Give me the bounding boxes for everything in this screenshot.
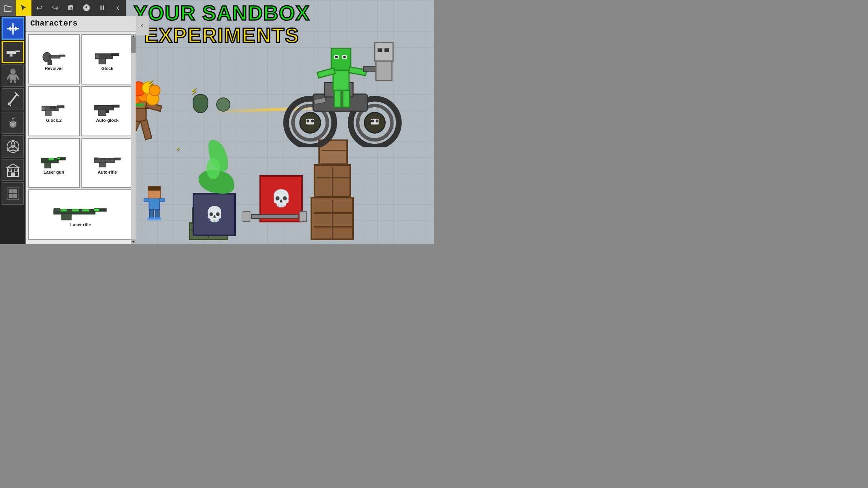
timer-button[interactable] <box>79 0 94 16</box>
svg-rect-100 <box>57 106 64 108</box>
svg-rect-125 <box>72 209 79 211</box>
sidebar-item-character[interactable] <box>2 64 24 87</box>
collapse-icon: ‹ <box>140 22 144 29</box>
select-button[interactable] <box>16 0 31 16</box>
revolver-label: Revolver <box>45 66 63 71</box>
svg-rect-103 <box>50 107 55 108</box>
svg-rect-97 <box>99 59 106 64</box>
svg-marker-82 <box>7 164 19 168</box>
svg-point-31 <box>376 119 379 122</box>
svg-rect-40 <box>343 56 346 58</box>
svg-rect-5 <box>140 120 151 140</box>
svg-rect-36 <box>331 48 351 70</box>
svg-point-30 <box>371 119 374 122</box>
svg-rect-83 <box>11 172 15 176</box>
svg-rect-28 <box>372 126 373 128</box>
lightning-decoration-2: ⚡ <box>191 84 197 98</box>
svg-rect-112 <box>49 158 54 160</box>
svg-line-67 <box>16 75 18 79</box>
svg-rect-29 <box>375 126 377 128</box>
svg-rect-35 <box>333 68 349 91</box>
redo-button[interactable]: ↪ <box>47 0 63 16</box>
svg-rect-44 <box>334 90 341 107</box>
svg-rect-101 <box>45 110 51 116</box>
svg-rect-65 <box>10 74 16 80</box>
svg-point-21 <box>307 119 309 122</box>
scrollbar-down[interactable]: ▼ <box>131 239 136 244</box>
pause-button[interactable] <box>94 0 110 16</box>
svg-rect-62 <box>10 54 12 56</box>
svg-rect-102 <box>42 107 44 110</box>
svg-rect-117 <box>99 162 106 167</box>
item-glock2[interactable]: Glock.2 <box>28 86 80 136</box>
auto-rifle-label: Auto-rifle <box>98 170 117 174</box>
delete-button[interactable] <box>63 0 79 16</box>
sidebar-item-melee[interactable] <box>2 88 24 110</box>
svg-rect-48 <box>378 48 383 52</box>
svg-rect-94 <box>48 60 52 65</box>
sidebar-item-misc[interactable] <box>2 182 24 205</box>
svg-line-69 <box>15 80 15 83</box>
item-laser-rifle[interactable]: Laser rifle <box>28 189 133 240</box>
svg-rect-124 <box>61 209 67 211</box>
back-button[interactable]: ‹ <box>110 0 126 16</box>
svg-rect-53 <box>144 198 149 202</box>
svg-rect-46 <box>376 60 392 80</box>
open-button[interactable] <box>0 0 16 16</box>
svg-rect-60 <box>7 51 16 53</box>
svg-rect-49 <box>384 48 389 52</box>
panel-collapse-button[interactable]: ‹ <box>136 16 149 35</box>
svg-rect-64 <box>11 70 15 72</box>
svg-rect-126 <box>82 209 89 211</box>
undo-button[interactable]: ↩ <box>31 0 47 16</box>
svg-rect-127 <box>94 209 99 211</box>
svg-rect-123 <box>62 214 72 220</box>
item-revolver[interactable]: Revolver <box>28 34 80 84</box>
item-auto-rifle[interactable]: Auto-rifle <box>81 138 133 188</box>
svg-rect-116 <box>94 158 99 160</box>
svg-rect-92 <box>50 56 60 59</box>
svg-rect-118 <box>106 158 107 162</box>
glock2-label: Glock.2 <box>46 118 62 123</box>
sidebar-item-explosive[interactable] <box>2 112 24 134</box>
svg-rect-93 <box>59 55 65 57</box>
svg-rect-115 <box>114 158 121 160</box>
svg-rect-84 <box>9 169 11 172</box>
panel-scrollbar[interactable]: ▲ ▼ <box>131 34 136 244</box>
ammo-area <box>243 211 307 222</box>
item-laser-gun[interactable]: Laser gun <box>28 138 80 188</box>
svg-rect-39 <box>335 56 338 58</box>
grenade-2-sprite <box>216 97 230 112</box>
svg-line-70 <box>9 94 17 105</box>
items-panel: Characters Revolver Glock Glock.2 Auto-g… <box>26 16 136 244</box>
sidebar-item-building[interactable] <box>2 159 24 181</box>
svg-rect-54 <box>160 198 165 202</box>
svg-line-75 <box>12 117 14 119</box>
svg-rect-19 <box>307 126 309 128</box>
svg-rect-88 <box>13 189 17 193</box>
item-glock[interactable]: Glock <box>81 34 133 84</box>
scrollbar-thumb[interactable] <box>131 37 136 53</box>
svg-point-80 <box>11 145 15 148</box>
mech-character <box>279 29 405 147</box>
toolbar: ↩ ↪ ‹ <box>0 0 126 16</box>
svg-rect-106 <box>98 110 106 116</box>
svg-rect-98 <box>95 55 99 59</box>
svg-rect-107 <box>106 110 109 113</box>
svg-rect-47 <box>375 43 393 61</box>
sidebar-item-move[interactable] <box>2 17 24 40</box>
sidebar-item-gun[interactable] <box>2 41 24 63</box>
svg-rect-20 <box>311 126 312 128</box>
svg-line-66 <box>7 75 10 79</box>
auto-glock-label: Auto-glock <box>96 118 118 123</box>
sidebar-item-hazard[interactable] <box>2 135 24 158</box>
svg-rect-111 <box>44 163 51 168</box>
svg-rect-96 <box>112 53 119 56</box>
laser-rifle-label: Laser rifle <box>70 222 91 227</box>
svg-rect-57 <box>147 217 162 220</box>
svg-rect-52 <box>148 186 161 191</box>
lightning-decoration-3: ⚡ <box>176 145 180 153</box>
item-auto-glock[interactable]: Auto-glock <box>81 86 133 136</box>
human-character <box>142 183 167 220</box>
svg-rect-104 <box>95 106 114 110</box>
